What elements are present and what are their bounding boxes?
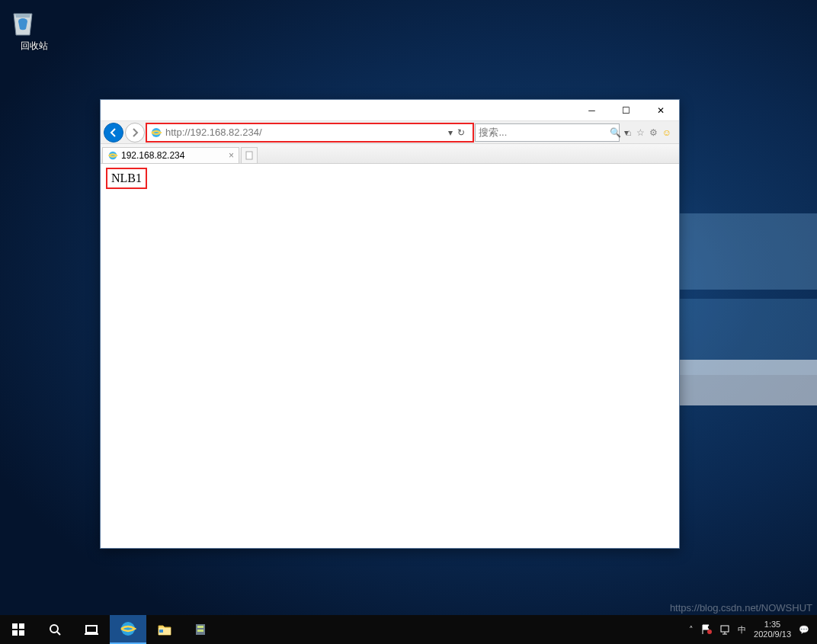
task-view-icon <box>85 623 98 636</box>
back-button[interactable] <box>104 123 123 143</box>
svg-line-8 <box>57 632 60 635</box>
svg-point-7 <box>50 625 58 633</box>
search-box[interactable]: 🔍 ▾ <box>475 123 620 142</box>
recycle-bin-icon[interactable]: 回收站 <box>8 8 61 53</box>
maximize-button[interactable]: ☐ <box>609 101 643 120</box>
tray-network-icon[interactable] <box>719 624 730 635</box>
page-content: NLB1 <box>101 164 679 548</box>
ie-window: ─ ☐ ✕ ▾ ↻ 🔍 ▾ <box>100 99 680 549</box>
svg-rect-13 <box>159 630 163 633</box>
taskbar-ie-button[interactable] <box>110 615 146 644</box>
svg-rect-2 <box>246 152 252 159</box>
tab-close-icon[interactable]: × <box>229 150 234 161</box>
tray-clock[interactable]: 1:35 2020/9/13 <box>754 620 791 639</box>
tray-chevron-icon[interactable]: ˄ <box>689 625 694 635</box>
svg-rect-9 <box>86 626 97 633</box>
new-tab-button[interactable] <box>241 147 258 164</box>
tray-time: 1:35 <box>754 620 791 630</box>
forward-button[interactable] <box>125 123 145 143</box>
start-button[interactable] <box>0 615 37 644</box>
browser-tab[interactable]: 192.168.82.234 × <box>102 147 239 164</box>
ie-icon <box>150 127 162 139</box>
system-tray: ˄ 中 1:35 2020/9/13 💬 <box>681 615 817 644</box>
svg-point-11 <box>121 622 135 636</box>
recycle-bin-label: 回收站 <box>8 40 61 53</box>
tab-row: 192.168.82.234 × <box>101 144 679 164</box>
page-body-text: NLB1 <box>110 171 143 185</box>
ime-indicator[interactable]: 中 <box>738 624 746 636</box>
svg-rect-15 <box>197 626 203 628</box>
tray-flag-icon[interactable] <box>701 624 712 635</box>
svg-rect-6 <box>19 630 24 636</box>
address-tools: ▾ ↻ <box>444 127 469 138</box>
address-bar-row: ▾ ↻ 🔍 ▾ ⌂ ☆ ⚙ ☺ <box>101 121 679 144</box>
titlebar: ─ ☐ ✕ <box>101 100 679 121</box>
tray-date: 2020/9/13 <box>754 630 791 639</box>
trash-icon <box>8 8 38 38</box>
action-center-icon[interactable]: 💬 <box>799 625 809 635</box>
tab-title: 192.168.82.234 <box>121 150 184 161</box>
search-input[interactable] <box>479 127 607 138</box>
svg-rect-18 <box>721 626 729 632</box>
search-button[interactable] <box>37 615 73 644</box>
close-button[interactable]: ✕ <box>643 101 678 120</box>
folder-icon <box>157 622 172 637</box>
home-icon[interactable]: ⌂ <box>626 127 631 138</box>
task-view-button[interactable] <box>73 615 110 644</box>
svg-rect-4 <box>19 623 24 629</box>
ie-icon <box>120 620 136 637</box>
ie-icon <box>107 150 118 161</box>
watermark-text: https://blog.csdn.net/NOWSHUT <box>670 602 812 614</box>
toolbar-icons: ⌂ ☆ ⚙ ☺ <box>621 127 676 138</box>
taskbar: ˄ 中 1:35 2020/9/13 💬 <box>0 615 817 644</box>
svg-rect-16 <box>197 630 203 632</box>
server-icon <box>194 622 209 637</box>
taskbar-left <box>0 615 219 644</box>
taskbar-server-manager-button[interactable] <box>183 615 219 644</box>
taskbar-explorer-button[interactable] <box>146 615 183 644</box>
refresh-icon[interactable]: ↻ <box>457 127 465 138</box>
minimize-button[interactable]: ─ <box>575 101 609 120</box>
address-input[interactable] <box>165 127 444 138</box>
favorites-icon[interactable]: ☆ <box>636 127 645 138</box>
svg-point-17 <box>707 630 712 634</box>
svg-rect-5 <box>12 630 18 636</box>
address-dropdown-icon[interactable]: ▾ <box>448 127 453 138</box>
gear-icon[interactable]: ⚙ <box>649 127 658 138</box>
address-box[interactable]: ▾ ↻ <box>146 123 473 142</box>
svg-rect-3 <box>12 623 18 629</box>
search-icon <box>48 623 62 636</box>
smile-icon[interactable]: ☺ <box>662 127 671 138</box>
arrow-left-icon <box>108 127 119 138</box>
arrow-right-icon <box>130 127 140 138</box>
search-go-icon[interactable]: 🔍 <box>610 127 621 138</box>
windows-icon <box>12 623 24 636</box>
blank-page-icon <box>245 151 254 160</box>
